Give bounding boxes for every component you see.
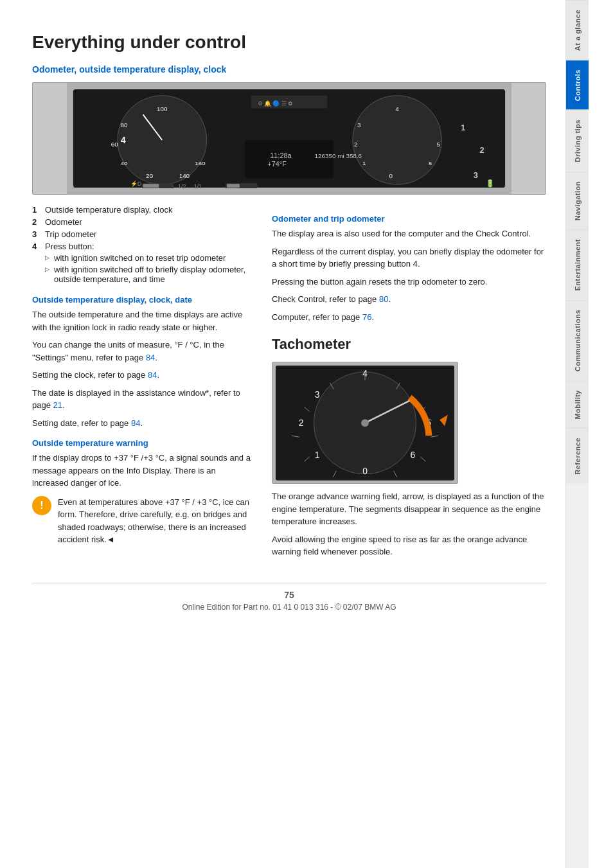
- left-column: 1 Outside temperature display, clock 2 O…: [32, 205, 254, 563]
- tab-at-a-glance[interactable]: At a glance: [566, 0, 589, 60]
- main-two-col: 1 Outside temperature display, clock 2 O…: [32, 205, 546, 563]
- svg-text:1: 1: [461, 123, 465, 132]
- svg-text:2: 2: [480, 145, 484, 155]
- svg-text:1/2: 1/2: [178, 183, 186, 190]
- tab-entertainment[interactable]: Entertainment: [566, 229, 589, 299]
- svg-text:60: 60: [111, 141, 118, 148]
- tach-para-1: The orange advance warning field, arrow,…: [272, 490, 546, 528]
- outside-temp-para-4: The date is displayed in the assistance …: [32, 387, 254, 412]
- svg-rect-31: [143, 184, 159, 188]
- sub-list-4: with ignition switched on to reset trip …: [45, 253, 254, 286]
- svg-text:3: 3: [357, 121, 361, 128]
- item-label-3: Trip odometer: [45, 229, 96, 239]
- page-title: Everything under control: [32, 32, 546, 53]
- link-page-76[interactable]: 76: [362, 312, 371, 322]
- svg-text:40: 40: [120, 160, 127, 167]
- outside-temp-para-3: Setting the clock, refer to page 84.: [32, 369, 254, 382]
- outside-temp-para-5: Setting date, refer to page 84.: [32, 417, 254, 430]
- list-item-2: 2 Odometer: [32, 217, 254, 227]
- svg-text:2: 2: [354, 141, 358, 148]
- item-num-1: 1: [32, 205, 45, 215]
- item-num-3: 3: [32, 229, 45, 239]
- svg-text:6: 6: [429, 160, 432, 167]
- outside-temp-para-1: The outside temperature and the time dis…: [32, 308, 254, 333]
- svg-text:6: 6: [411, 450, 416, 460]
- svg-text:160: 160: [195, 160, 206, 167]
- odometer-para-5: Computer, refer to page 76.: [272, 311, 546, 324]
- tachometer-title: Tachometer: [272, 336, 546, 353]
- svg-rect-35: [227, 184, 240, 188]
- subsection-header-odometer: Odometer and trip odometer: [272, 214, 546, 224]
- odometer-para-1: The display area is also used for the co…: [272, 227, 546, 240]
- svg-text:5: 5: [437, 141, 441, 148]
- svg-text:2: 2: [299, 418, 304, 428]
- footer-text: Online Edition for Part no. 01 41 0 013 …: [182, 603, 396, 612]
- svg-text:20: 20: [146, 172, 153, 179]
- tab-reference[interactable]: Reference: [566, 428, 589, 484]
- link-page-84-settings[interactable]: 84: [146, 353, 155, 362]
- tab-controls[interactable]: Controls: [566, 60, 589, 110]
- tach-para-2: Avoid allowing the engine speed to rise …: [272, 533, 546, 558]
- svg-text:3: 3: [474, 170, 478, 180]
- right-tabs: At a glance Controls Driving tips Naviga…: [565, 0, 589, 868]
- list-item-3: 3 Trip odometer: [32, 229, 254, 239]
- tachometer-image: 4 3 2 1 0 6 5: [272, 362, 458, 484]
- section-header-odometer: Odometer, outside temperature display, c…: [32, 64, 546, 75]
- dashboard-image: 100 80 60 40 20 140 160 4 ⚙ 🔔 🔵 ☰ ✿ 4 3 …: [32, 82, 546, 195]
- tab-communications[interactable]: Communications: [566, 300, 589, 380]
- numbered-items-list: 1 Outside temperature display, clock 2 O…: [32, 205, 254, 286]
- item-label-1: Outside temperature display, clock: [45, 205, 172, 215]
- link-page-21[interactable]: 21: [53, 400, 62, 410]
- svg-text:3: 3: [315, 389, 320, 400]
- page-wrapper: Everything under control Odometer, outsi…: [0, 0, 613, 868]
- svg-text:0: 0: [362, 466, 368, 476]
- warning-detail-text: Even at temperatures above +37 °F / +3 °…: [58, 496, 254, 546]
- link-page-80[interactable]: 80: [379, 294, 388, 304]
- page-footer: 75 Online Edition for Part no. 01 41 0 0…: [32, 583, 546, 612]
- odometer-para-2: Regardless of the current display, you c…: [272, 245, 546, 270]
- tab-driving-tips[interactable]: Driving tips: [566, 110, 589, 172]
- svg-point-59: [361, 419, 369, 427]
- link-page-84-date[interactable]: 84: [131, 418, 140, 428]
- warning-box: ! Even at temperatures above +37 °F / +3…: [32, 496, 254, 546]
- link-page-84-clock[interactable]: 84: [148, 370, 157, 380]
- warning-triangle-icon: !: [32, 496, 51, 515]
- page-number: 75: [32, 590, 546, 600]
- odometer-para-4: Check Control, refer to page 80.: [272, 293, 546, 306]
- main-content: Everything under control Odometer, outsi…: [0, 0, 565, 868]
- tab-navigation[interactable]: Navigation: [566, 172, 589, 229]
- tab-mobility[interactable]: Mobility: [566, 380, 589, 429]
- svg-text:1/1: 1/1: [194, 183, 202, 190]
- svg-text:4: 4: [395, 105, 399, 112]
- subsection-header-outside-temp: Outside temperature display, clock, date: [32, 295, 254, 305]
- item-label-4: Press button:: [45, 242, 94, 251]
- svg-text:100: 100: [157, 105, 168, 112]
- svg-text:0: 0: [389, 172, 393, 179]
- subsection-header-warning: Outside temperature warning: [32, 438, 254, 448]
- sub-item-4-2: with ignition switched off to briefly di…: [45, 265, 254, 284]
- svg-text:1: 1: [362, 160, 366, 167]
- svg-text:140: 140: [179, 172, 190, 179]
- svg-text:1: 1: [315, 450, 320, 460]
- svg-text:80: 80: [120, 121, 127, 128]
- svg-text:4: 4: [121, 135, 126, 145]
- tachometer-section: Tachometer 4 3 2 1: [272, 336, 546, 558]
- svg-text:🔋: 🔋: [486, 179, 495, 188]
- svg-text:11:28a: 11:28a: [270, 152, 292, 159]
- svg-text:126350 mi 358.6: 126350 mi 358.6: [315, 152, 362, 159]
- outside-temp-para-2: You can change the units of measure, °F …: [32, 339, 254, 364]
- svg-text:⚡D: ⚡D: [130, 180, 141, 188]
- right-column: Odometer and trip odometer The display a…: [272, 205, 546, 563]
- odometer-para-3: Pressing the button again resets the tri…: [272, 276, 546, 288]
- item-num-2: 2: [32, 217, 45, 227]
- item-num-4: 4: [32, 242, 45, 251]
- list-item-4: 4 Press button: with ignition switched o…: [32, 242, 254, 286]
- item-label-2: Odometer: [45, 217, 82, 227]
- list-item-1: 1 Outside temperature display, clock: [32, 205, 254, 215]
- svg-text:⚙ 🔔 🔵 ☰ ✿: ⚙ 🔔 🔵 ☰ ✿: [258, 100, 294, 107]
- svg-text:+74°F: +74°F: [267, 160, 287, 168]
- sub-item-4-1: with ignition switched on to reset trip …: [45, 253, 254, 263]
- warning-body: If the display drops to +37 °F /+3 °C, a…: [32, 452, 254, 490]
